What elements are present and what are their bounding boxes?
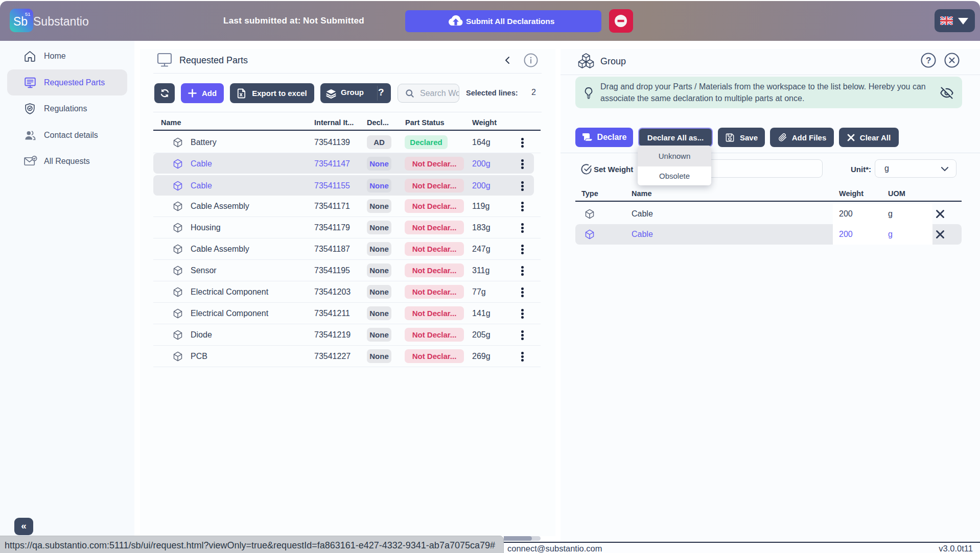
svg-text:51: 51 xyxy=(25,11,31,17)
svg-text:?: ? xyxy=(926,56,931,65)
